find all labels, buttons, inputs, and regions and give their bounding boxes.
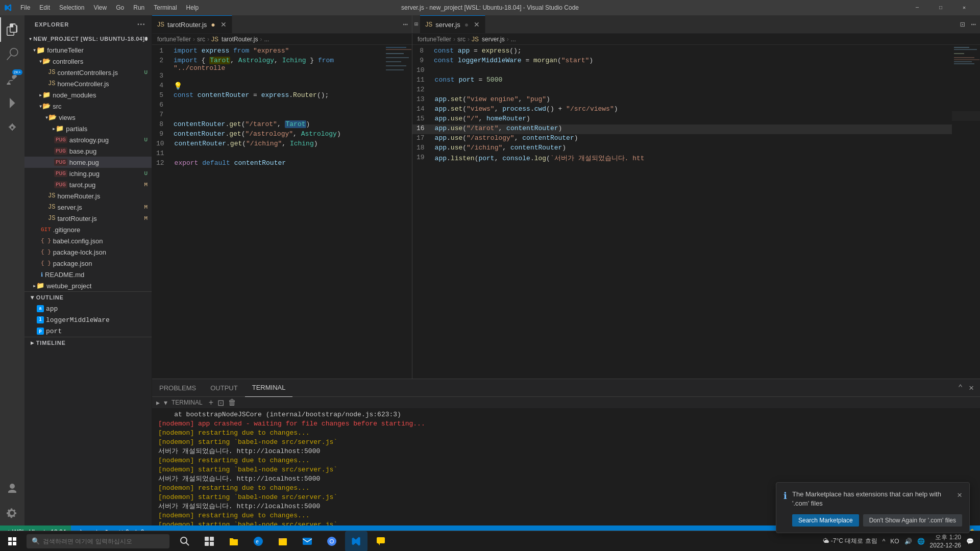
breadcrumb-src[interactable]: src <box>457 36 465 43</box>
taskbar-search-box[interactable]: 🔍 <box>27 534 169 548</box>
search-marketplace-button[interactable]: Search Marketplace <box>792 514 859 527</box>
split-terminal-icon[interactable]: ⊡ <box>217 398 224 408</box>
file-homerouter[interactable]: JS homeRouter.js <box>24 190 152 202</box>
tab-close-button[interactable]: ✕ <box>474 20 480 29</box>
split-controls: ⊞ <box>412 15 420 33</box>
new-terminal-icon[interactable]: + <box>209 398 213 407</box>
trash-terminal-icon[interactable]: 🗑 <box>228 398 236 407</box>
folder-nodemodules[interactable]: ▸ 📁 node_modules <box>24 89 152 101</box>
outline-item-app[interactable]: a app <box>24 303 152 314</box>
activity-extensions[interactable] <box>0 115 24 140</box>
breadcrumb-symbol[interactable]: ... <box>264 36 269 43</box>
split-editor-icon[interactable]: ⊡ <box>958 18 967 31</box>
activity-search[interactable] <box>0 42 24 66</box>
tab-problems[interactable]: PROBLEMS <box>152 379 203 397</box>
menu-edit[interactable]: Edit <box>35 0 54 15</box>
folder-partials[interactable]: ▸ 📁 partials <box>24 123 152 134</box>
lightbulb-icon[interactable]: 💡 <box>174 82 182 90</box>
taskbar-mail[interactable] <box>296 531 318 552</box>
file-astrology-pug[interactable]: PUG astrology.pug U <box>24 134 152 145</box>
breadcrumb-fortuneteller[interactable]: fortuneTeller <box>157 36 191 43</box>
taskbar-file-explorer[interactable] <box>223 531 245 552</box>
project-root[interactable]: ▾ NEW_PROJECT [WSL: UBUNTU-18.04] <box>24 33 152 44</box>
file-babel-config[interactable]: { } babel.config.json <box>24 235 152 246</box>
tray-weather[interactable]: 🌥 -7°C 대체로 흐림 <box>821 537 879 545</box>
file-base-pug[interactable]: PUG base.pug <box>24 145 152 157</box>
tab-close-button[interactable]: ✕ <box>220 20 227 29</box>
menu-terminal[interactable]: Terminal <box>150 0 181 15</box>
breadcrumb-src[interactable]: src <box>197 36 205 43</box>
dont-show-again-button[interactable]: Don't Show Again for '.com' files <box>863 514 962 527</box>
file-home-pug[interactable]: PUG home.pug <box>24 157 152 168</box>
breadcrumb-file[interactable]: server.js <box>482 36 505 43</box>
taskbar-chat[interactable] <box>370 531 392 552</box>
file-readme[interactable]: ℹ README.md <box>24 269 152 280</box>
start-button[interactable] <box>0 531 24 552</box>
taskbar-search-widget[interactable] <box>174 531 196 552</box>
maximize-button[interactable]: □ <box>929 0 952 15</box>
timeline-header[interactable]: ▸ TIMELINE <box>24 337 152 348</box>
expand-terminal-icon[interactable]: ▸ <box>156 398 160 407</box>
file-server-js[interactable]: JS server.js M <box>24 202 152 213</box>
file-gitignore[interactable]: GIT .gitignore <box>24 224 152 235</box>
left-code-editor[interactable]: 1 import express from "express" 2 import… <box>152 45 384 379</box>
file-homecontroller[interactable]: JS homeController.js <box>24 78 152 89</box>
file-package-json[interactable]: { } package.json <box>24 258 152 269</box>
terminal-chevron-icon[interactable]: ▾ <box>164 398 167 407</box>
folder-views[interactable]: ▾ 📂 views <box>24 112 152 123</box>
sidebar-more-icon[interactable]: ⋯ <box>137 19 145 29</box>
file-tarotrouter[interactable]: JS tarotRouter.js M <box>24 213 152 224</box>
outline-item-port[interactable]: p port <box>24 325 152 337</box>
outline-header[interactable]: ▾ OUTLINE <box>24 292 152 303</box>
taskbar-explorer2[interactable] <box>272 531 294 552</box>
tray-keyboard[interactable]: KO <box>888 538 901 545</box>
notification-close-button[interactable]: ✕ <box>957 490 962 500</box>
tray-network[interactable]: 🌐 <box>915 538 927 545</box>
tab-output[interactable]: OUTPUT <box>203 379 244 397</box>
menu-go[interactable]: Go <box>112 0 128 15</box>
menu-selection[interactable]: Selection <box>55 0 88 15</box>
folder-fortuneteller[interactable]: ▾ 📁 fortuneTeller <box>24 44 152 56</box>
tray-clock[interactable]: 오후 1:20 2022-12-26 <box>928 533 963 549</box>
activity-source-control[interactable]: 2K+ <box>0 66 24 91</box>
file-contentcontrollers[interactable]: JS contentControllers.js U <box>24 67 152 78</box>
activity-settings[interactable] <box>0 501 24 525</box>
menu-help[interactable]: Help <box>182 0 203 15</box>
menu-run[interactable]: Run <box>129 0 149 15</box>
folder-wetube[interactable]: ▸ 📁 wetube_project <box>24 280 152 291</box>
breadcrumb-fortuneteller[interactable]: fortuneTeller <box>418 36 451 43</box>
minimize-button[interactable]: ─ <box>905 0 929 15</box>
activity-explorer[interactable] <box>0 17 24 42</box>
menu-file[interactable]: File <box>16 0 34 15</box>
tab-terminal[interactable]: TERMINAL <box>245 379 293 397</box>
more-actions-icon[interactable]: ⋯ <box>969 18 978 31</box>
folder-src[interactable]: ▾ 📂 src <box>24 101 152 112</box>
weather-icon: 🌥 <box>823 537 829 544</box>
breadcrumb-file[interactable]: tarotRouter.js <box>222 36 258 43</box>
activity-run[interactable] <box>0 91 24 115</box>
taskbar-edge[interactable]: e <box>247 531 270 552</box>
taskbar-search-input[interactable] <box>43 538 164 545</box>
taskbar-chrome[interactable] <box>321 531 343 552</box>
tray-chevron[interactable]: ^ <box>880 538 888 545</box>
tab-tarotrouter[interactable]: JS tarotRouter.js ● ✕ <box>152 15 232 33</box>
file-tarot-pug[interactable]: PUG tarot.pug M <box>24 179 152 190</box>
maximize-panel-icon[interactable]: ⌃ <box>956 382 965 394</box>
breadcrumb-symbol[interactable]: ... <box>511 36 516 43</box>
activity-account[interactable] <box>0 477 24 501</box>
file-iching-pug[interactable]: PUG iching.pug U <box>24 168 152 179</box>
folder-label: node_modules <box>53 91 152 99</box>
menu-view[interactable]: View <box>89 0 111 15</box>
folder-controllers[interactable]: ▾ 📂 controllers <box>24 56 152 67</box>
outline-item-loggermiddleware[interactable]: l loggerMiddleWare <box>24 314 152 325</box>
close-panel-icon[interactable]: ✕ <box>967 382 976 394</box>
more-actions-icon[interactable]: ⋯ <box>401 18 410 31</box>
tab-server-js[interactable]: JS server.js ● ✕ <box>420 15 485 33</box>
taskbar-task-view[interactable] <box>198 531 220 552</box>
right-code-editor[interactable]: 8 const app = express(); 9 const loggerM… <box>412 45 952 379</box>
file-package-lock[interactable]: { } package-lock.json <box>24 246 152 258</box>
tray-notification[interactable]: 💬 <box>964 538 976 545</box>
taskbar-vscode[interactable] <box>345 531 368 552</box>
tray-volume[interactable]: 🔊 <box>902 538 914 545</box>
close-button[interactable]: ✕ <box>952 0 976 15</box>
